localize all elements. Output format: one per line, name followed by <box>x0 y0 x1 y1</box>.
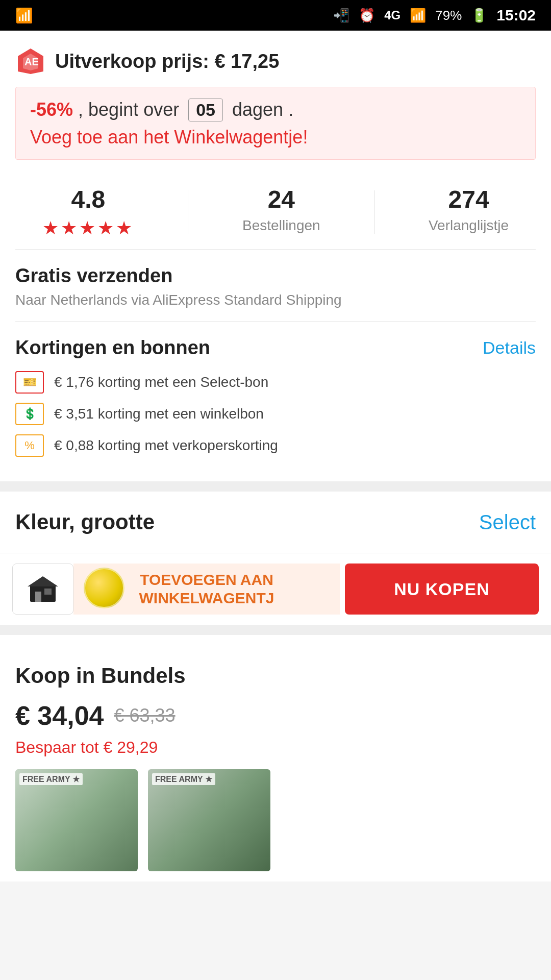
kortingen-header: Kortingen en bonnen Details <box>15 337 536 359</box>
verkoperskorting-icon: % <box>15 434 44 457</box>
add-to-cart-cta[interactable]: Voeg toe aan het Winkelwagentje! <box>30 127 521 148</box>
action-bar: TOEVOEGEN AAN WINKELWAGENTJ NU KOPEN <box>0 553 551 625</box>
svg-text:AE: AE <box>24 56 39 67</box>
select-bon-icon: 🎫 <box>15 371 44 394</box>
price-header: AE Uitverkoop prijs: € 17,25 <box>0 31 551 87</box>
select-link[interactable]: Select <box>479 511 536 534</box>
add-to-cart-button[interactable]: TOEVOEGEN AAN WINKELWAGENTJ <box>73 564 340 615</box>
bundel-save-text: Bespaar tot € 29,29 <box>15 738 536 757</box>
bundels-section: Koop in Bundels € 34,04 € 63,33 Bespaar … <box>0 645 551 881</box>
wifi-icon: 📶 <box>15 7 33 24</box>
buy-now-button[interactable]: NU KOPEN <box>345 564 539 615</box>
bundel-price-old: € 63,33 <box>114 705 176 726</box>
wishlist-stat: 274 Verlanglijstje <box>429 185 509 239</box>
store-icon <box>28 575 58 603</box>
svg-rect-5 <box>44 589 52 595</box>
main-content: AE Uitverkoop prijs: € 17,25 -56% , begi… <box>0 31 551 881</box>
wishlist-label: Verlanglijstje <box>429 217 509 234</box>
stats-divider-1 <box>188 190 188 234</box>
winkelbon-icon: 💲 <box>15 403 44 425</box>
bundel-image-2[interactable]: FREE ARMY ★ <box>148 769 270 871</box>
details-link[interactable]: Details <box>483 338 536 358</box>
days-label: dagen . <box>232 99 293 120</box>
svg-rect-3 <box>30 585 56 602</box>
discount-percent: -56% <box>30 99 73 120</box>
kleur-grootte-header: Kleur, grootte Select <box>15 510 536 534</box>
status-bar-left: 📶 <box>15 7 33 24</box>
buy-now-text: NU KOPEN <box>394 579 489 599</box>
sale-banner[interactable]: -56% , begint over 05 dagen . Voeg toe a… <box>15 87 536 160</box>
battery-icon: 🔋 <box>471 8 487 23</box>
free-army-badge-2: FREE ARMY ★ <box>152 773 215 785</box>
bundel-images: FREE ARMY ★ FREE ARMY ★ <box>15 769 536 871</box>
sale-banner-line1: -56% , begint over 05 dagen . <box>30 99 521 121</box>
gray-separator-1 <box>0 481 551 492</box>
kortingen-section: Kortingen en bonnen Details 🎫 € 1,76 kor… <box>0 322 551 481</box>
discount-item-3: % € 0,88 korting met verkoperskorting <box>15 434 536 457</box>
discount-item-1: 🎫 € 1,76 korting met een Select-bon <box>15 371 536 394</box>
orders-label: Bestellingen <box>242 217 320 234</box>
rating-value: 4.8 <box>71 185 105 213</box>
discount-text-1: € 1,76 korting met een Select-bon <box>54 374 268 390</box>
bundel-img-placeholder-2: FREE ARMY ★ <box>148 769 270 871</box>
status-bar-right: 📲 ⏰ 4G 📶 79% 🔋 15:02 <box>333 7 536 24</box>
sale-price: Uitverkoop prijs: € 17,25 <box>55 51 279 72</box>
cart-ball-decoration <box>84 568 124 608</box>
discount-text-3: € 0,88 korting met verkoperskorting <box>54 437 278 454</box>
stats-divider-2 <box>374 190 374 234</box>
wishlist-value: 274 <box>448 185 489 213</box>
stats-row: 4.8 ★★★★★ 24 Bestellingen 274 Verlanglij… <box>0 170 551 249</box>
bundel-price-main: € 34,04 <box>15 700 104 731</box>
shipping-section: Gratis verzenden Naar Netherlands via Al… <box>0 250 551 321</box>
add-to-cart-line2: WINKELWAGENTJ <box>139 589 274 607</box>
discount-item-2: 💲 € 3,51 korting met een winkelbon <box>15 403 536 425</box>
aliexpress-logo-icon: AE <box>15 46 46 77</box>
status-bar: 📶 📲 ⏰ 4G 📶 79% 🔋 15:02 <box>0 0 551 31</box>
svg-marker-6 <box>28 576 58 586</box>
add-to-cart-line1: TOEVOEGEN AAN <box>139 571 274 589</box>
clock-time: 15:02 <box>496 7 536 24</box>
bundel-image-1[interactable]: FREE ARMY ★ <box>15 769 138 871</box>
svg-rect-4 <box>35 592 41 602</box>
kleur-grootte-title: Kleur, grootte <box>15 510 155 534</box>
days-remaining: 05 <box>188 99 223 121</box>
shipping-subtitle: Naar Netherlands via AliExpress Standard… <box>15 292 536 308</box>
discount-text-2: € 3,51 korting met een winkelbon <box>54 406 264 422</box>
rating-stat: 4.8 ★★★★★ <box>42 185 134 239</box>
bluetooth-icon: 📲 <box>333 8 349 23</box>
add-to-cart-text: TOEVOEGEN AAN WINKELWAGENTJ <box>139 571 274 607</box>
signal-4g-label: 4G <box>384 8 400 22</box>
signal-bars-icon: 📶 <box>410 8 426 23</box>
free-army-badge-1: FREE ARMY ★ <box>19 773 83 785</box>
stars-icon: ★★★★★ <box>42 217 134 239</box>
battery-label: 79% <box>435 8 462 23</box>
kleur-grootte-section: Kleur, grootte Select <box>0 492 551 553</box>
sale-middle-text: , begint over <box>78 99 184 120</box>
orders-stat: 24 Bestellingen <box>242 185 320 239</box>
bundel-img-placeholder-1: FREE ARMY ★ <box>15 769 138 871</box>
kortingen-title: Kortingen en bonnen <box>15 337 210 359</box>
orders-value: 24 <box>268 185 295 213</box>
alarm-icon: ⏰ <box>359 8 375 23</box>
shipping-title: Gratis verzenden <box>15 265 536 287</box>
gray-separator-2 <box>0 625 551 635</box>
bundels-title: Koop in Bundels <box>15 664 536 688</box>
bundel-price-row: € 34,04 € 63,33 <box>15 700 536 731</box>
store-button[interactable] <box>12 564 73 615</box>
